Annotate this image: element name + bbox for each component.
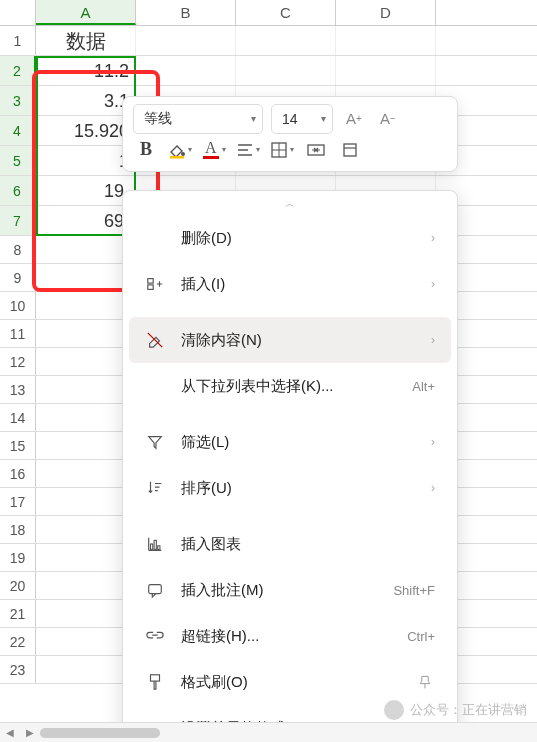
- row-header-11[interactable]: 11: [0, 320, 36, 347]
- link-icon: [145, 626, 165, 646]
- col-header-A[interactable]: A: [36, 0, 136, 25]
- row-header-14[interactable]: 14: [0, 404, 36, 431]
- row-header-4[interactable]: 4: [0, 116, 36, 145]
- svg-point-0: [181, 152, 185, 156]
- col-header-B[interactable]: B: [136, 0, 236, 25]
- cell-D1[interactable]: [336, 26, 436, 55]
- svg-rect-9: [344, 144, 356, 156]
- scroll-left-button[interactable]: ◀: [0, 727, 20, 738]
- cell-A22[interactable]: [36, 628, 136, 655]
- row-header-17[interactable]: 17: [0, 488, 36, 515]
- row-header-1[interactable]: 1: [0, 26, 36, 55]
- scroll-thumb[interactable]: [40, 728, 160, 738]
- font-color-button[interactable]: A ▾: [201, 135, 227, 165]
- row-header-9[interactable]: 9: [0, 264, 36, 291]
- row-header-16[interactable]: 16: [0, 460, 36, 487]
- ctx-insert-comment[interactable]: 插入批注(M) Shift+F: [129, 567, 451, 613]
- row-header-15[interactable]: 15: [0, 432, 36, 459]
- cell-A13[interactable]: [36, 376, 136, 403]
- row-header-22[interactable]: 22: [0, 628, 36, 655]
- col-header-C[interactable]: C: [236, 0, 336, 25]
- row-header-10[interactable]: 10: [0, 292, 36, 319]
- row-header-8[interactable]: 8: [0, 236, 36, 263]
- ctx-insert[interactable]: 插入(I) ›: [129, 261, 451, 307]
- cell-A4[interactable]: 15.920: [36, 116, 136, 145]
- cell-A18[interactable]: [36, 516, 136, 543]
- row-header-19[interactable]: 19: [0, 544, 36, 571]
- row-header-20[interactable]: 20: [0, 572, 36, 599]
- ctx-sort[interactable]: 排序(U) ›: [129, 465, 451, 511]
- cell-C1[interactable]: [236, 26, 336, 55]
- border-button[interactable]: ▾: [269, 135, 295, 165]
- cell-A3[interactable]: 3.1: [36, 86, 136, 115]
- horizontal-scrollbar[interactable]: ◀ ▶: [0, 722, 537, 742]
- eraser-icon: [145, 330, 165, 350]
- row-header-5[interactable]: 5: [0, 146, 36, 175]
- font-name-select[interactable]: 等线 ▾: [133, 104, 263, 134]
- scroll-track[interactable]: [40, 728, 537, 738]
- select-all-corner[interactable]: [0, 0, 36, 25]
- cell-A14[interactable]: [36, 404, 136, 431]
- ctx-insert-chart[interactable]: 插入图表: [129, 521, 451, 567]
- ctx-filter-label: 筛选(L): [181, 433, 407, 452]
- cell-A2[interactable]: 11.2: [36, 56, 136, 85]
- cell-D2[interactable]: [336, 56, 436, 85]
- cell-A17[interactable]: [36, 488, 136, 515]
- cell-A20[interactable]: [36, 572, 136, 599]
- ctx-chart-label: 插入图表: [181, 535, 435, 554]
- row-header-2[interactable]: 2: [0, 56, 36, 85]
- font-size-value: 14: [282, 111, 298, 127]
- align-button[interactable]: ▾: [235, 135, 261, 165]
- row-header-23[interactable]: 23: [0, 656, 36, 683]
- cell-B2[interactable]: [136, 56, 236, 85]
- ctx-format-painter[interactable]: 格式刷(O): [129, 659, 451, 705]
- ctx-delete-label: 删除(D): [181, 229, 407, 248]
- watermark: 公众号：正在讲营销: [384, 700, 527, 720]
- row-header-6[interactable]: 6: [0, 176, 36, 205]
- fill-color-button[interactable]: ▾: [167, 135, 193, 165]
- font-color-icon: A: [202, 141, 220, 159]
- merge-button[interactable]: [303, 135, 329, 165]
- cell-C2[interactable]: [236, 56, 336, 85]
- row-header-13[interactable]: 13: [0, 376, 36, 403]
- row-header-7[interactable]: 7: [0, 206, 36, 235]
- row-header-21[interactable]: 21: [0, 600, 36, 627]
- collapse-up-icon[interactable]: ︿: [123, 195, 457, 215]
- context-menu: ︿ 删除(D) › 插入(I) › 清除内容(N) › 从下拉列表中选择(K).…: [122, 190, 458, 742]
- scroll-right-button[interactable]: ▶: [20, 727, 40, 738]
- row-header-3[interactable]: 3: [0, 86, 36, 115]
- format-button[interactable]: [337, 135, 363, 165]
- cell-A6[interactable]: 19.: [36, 176, 136, 205]
- cell-A5[interactable]: 1: [36, 146, 136, 175]
- chevron-right-icon: ›: [431, 435, 435, 449]
- paintbrush-icon: [145, 672, 165, 692]
- ctx-dropdown-select[interactable]: 从下拉列表中选择(K)... Alt+: [129, 363, 451, 409]
- cell-A9[interactable]: [36, 264, 136, 291]
- cell-A21[interactable]: [36, 600, 136, 627]
- cell-A23[interactable]: [36, 656, 136, 683]
- bold-button[interactable]: B: [133, 135, 159, 165]
- cell-A15[interactable]: [36, 432, 136, 459]
- col-header-D[interactable]: D: [336, 0, 436, 25]
- border-icon: [270, 141, 288, 159]
- font-size-select[interactable]: 14 ▾: [271, 104, 333, 134]
- cell-A7[interactable]: 69.: [36, 206, 136, 235]
- chart-icon: [145, 534, 165, 554]
- ctx-hyperlink[interactable]: 超链接(H)... Ctrl+: [129, 613, 451, 659]
- row-header-12[interactable]: 12: [0, 348, 36, 375]
- svg-rect-11: [148, 285, 153, 290]
- decrease-font-button[interactable]: A−: [375, 104, 401, 134]
- cell-A11[interactable]: [36, 320, 136, 347]
- cell-A12[interactable]: [36, 348, 136, 375]
- cell-A19[interactable]: [36, 544, 136, 571]
- cell-B1[interactable]: [136, 26, 236, 55]
- ctx-filter[interactable]: 筛选(L) ›: [129, 419, 451, 465]
- increase-font-button[interactable]: A+: [341, 104, 367, 134]
- cell-A1[interactable]: 数据: [36, 26, 136, 55]
- ctx-clear-contents[interactable]: 清除内容(N) ›: [129, 317, 451, 363]
- row-header-18[interactable]: 18: [0, 516, 36, 543]
- cell-A16[interactable]: [36, 460, 136, 487]
- cell-A10[interactable]: [36, 292, 136, 319]
- cell-A8[interactable]: [36, 236, 136, 263]
- ctx-delete[interactable]: 删除(D) ›: [129, 215, 451, 261]
